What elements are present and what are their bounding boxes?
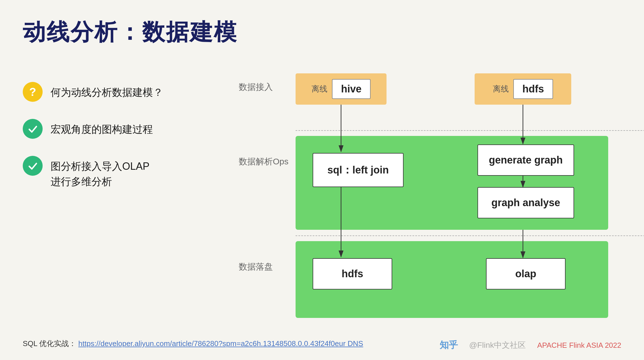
dashed-line-1: [296, 130, 644, 131]
apache-brand: APACHE Flink ASIA 2022: [537, 341, 621, 350]
hdfs-output-box: hdfs: [313, 258, 392, 289]
footer-prefix: SQL 优化实战：: [23, 339, 76, 348]
zhihu-brand: 知乎: [440, 339, 458, 351]
hdfs-input-box: hdfs: [513, 79, 553, 99]
green-area-bottom: hdfs olap: [296, 241, 608, 318]
page-title: 动线分析：数据建模: [23, 17, 621, 48]
content-area: ? 何为动线分析数据建模？ 宏观角度的图构建过程: [23, 65, 621, 340]
brand-area: 知乎 @Flink中文社区 APACHE Flink ASIA 2022: [440, 339, 621, 351]
olap-output-box: olap: [486, 258, 566, 289]
orange-box-hive: 离线 hive: [296, 73, 387, 105]
bullet-text-2: 宏观角度的图构建过程: [51, 119, 153, 137]
check-icon-1: [23, 119, 43, 139]
flow-container: 数据接入 数据解析Ops 数据落盘 离线 hive 离线 hdfs: [239, 68, 644, 324]
bullet-text-1: 何为动线分析数据建模？: [51, 82, 163, 100]
label-storage: 数据落盘: [239, 261, 273, 273]
slide: 动线分析：数据建模 ? 何为动线分析数据建模？ 宏观角度的图构建过程: [0, 0, 644, 360]
left-panel: ? 何为动线分析数据建模？ 宏观角度的图构建过程: [23, 65, 165, 340]
question-icon: ?: [23, 82, 43, 102]
bullet-item-3: 图分析接入导入OLAP进行多维分析: [23, 156, 165, 189]
label-parse: 数据解析Ops: [239, 156, 288, 167]
green-area-top: sql：left join generate graph graph analy…: [296, 136, 608, 230]
bullet-item-2: 宏观角度的图构建过程: [23, 119, 165, 139]
label-input: 数据接入: [239, 81, 273, 93]
footer-link[interactable]: https://developer.aliyun.com/article/786…: [78, 339, 363, 348]
bullet-item-1: ? 何为动线分析数据建模？: [23, 82, 165, 102]
sql-join-box: sql：left join: [313, 153, 404, 187]
check-icon-2: [23, 156, 43, 176]
dashed-line-2: [296, 235, 644, 236]
flink-brand: @Flink中文社区: [469, 340, 526, 351]
footer: SQL 优化实战： https://developer.aliyun.com/a…: [23, 339, 363, 349]
orange-box-hdfs: 离线 hdfs: [475, 73, 571, 105]
graph-analyse-box: graph analyse: [477, 187, 574, 218]
bullet-text-3: 图分析接入导入OLAP进行多维分析: [51, 156, 149, 189]
generate-graph-box: generate graph: [477, 144, 574, 176]
diagram-area: 数据接入 数据解析Ops 数据落盘 离线 hive 离线 hdfs: [165, 65, 644, 340]
hive-box: hive: [332, 79, 371, 99]
